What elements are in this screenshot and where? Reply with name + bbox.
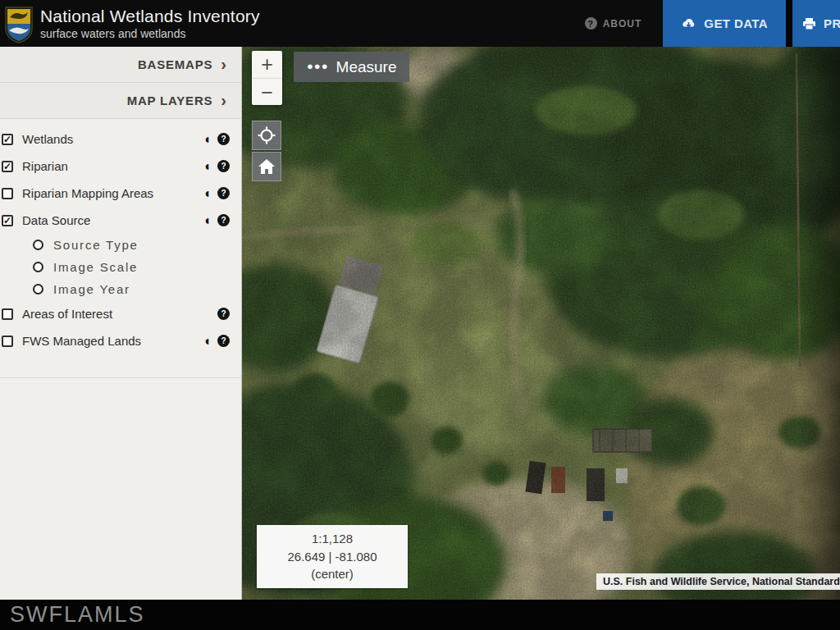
ellipsis-icon: ●●● (307, 61, 329, 71)
layers-sidebar: BASEMAPS › MAP LAYERS › ✓ Wetlands ◐ ? ✓… (0, 47, 242, 600)
get-data-button[interactable]: GET DATA (663, 0, 786, 47)
nwi-mapper-app: National Wetlands Inventory surface wate… (0, 0, 840, 630)
radio-row-source-type: Source Type (0, 234, 241, 256)
page-subtitle: surface waters and wetlands (40, 27, 585, 40)
opacity-contrast-icon[interactable]: ◐ (204, 214, 212, 227)
about-button[interactable]: ? ABOUT (585, 17, 642, 30)
mls-watermark: SWFLAMLS (10, 602, 145, 628)
image-scale-radio[interactable] (33, 262, 43, 272)
help-icon[interactable]: ? (217, 214, 230, 226)
layer-row-wetlands: ✓ Wetlands ◐ ? (0, 126, 241, 153)
layer-row-areas-of-interest: Areas of Interest ◐ ? (0, 300, 241, 327)
app-titles: National Wetlands Inventory surface wate… (40, 7, 585, 39)
scale-readout: 1:1,128 26.649 | -81.080 (center) (257, 525, 408, 588)
chevron-right-icon: › (221, 92, 226, 108)
basemaps-label: BASEMAPS (138, 57, 212, 71)
home-button[interactable] (252, 152, 281, 181)
layer-row-fws-managed-lands: FWS Managed Lands ◐ ? (0, 327, 241, 354)
layer-row-riparian-mapping-areas: Riparian Mapping Areas ◐ ? (0, 180, 241, 207)
riparian-mapping-areas-label[interactable]: Riparian Mapping Areas (22, 186, 204, 200)
riparian-checkbox[interactable]: ✓ (2, 161, 13, 172)
zoom-in-button[interactable]: + (252, 51, 282, 78)
locate-button[interactable] (252, 121, 281, 150)
map-layers-section-header[interactable]: MAP LAYERS › (0, 83, 241, 119)
source-type-radio[interactable] (33, 240, 43, 250)
riparian-label[interactable]: Riparian (22, 159, 204, 173)
areas-of-interest-checkbox[interactable] (2, 308, 13, 320)
map-scale: 1:1,128 (265, 530, 399, 548)
measure-label: Measure (336, 58, 397, 76)
fws-managed-lands-checkbox[interactable] (2, 336, 13, 347)
riparian-mapping-areas-checkbox[interactable] (2, 188, 13, 199)
source-type-label[interactable]: Source Type (53, 238, 139, 252)
about-label: ABOUT (603, 18, 642, 30)
photo-bottom-bar: SWFLAMLS (0, 600, 840, 630)
page-title: National Wetlands Inventory (40, 7, 585, 26)
help-icon[interactable]: ? (217, 160, 230, 172)
measure-button[interactable]: ●●● Measure (294, 52, 409, 82)
map-center-coordinates: 26.649 | -81.080 (center) (265, 548, 399, 584)
map-layers-label: MAP LAYERS (127, 94, 213, 107)
opacity-contrast-icon[interactable]: ◐ (204, 160, 212, 173)
header-button-divider (786, 0, 792, 47)
image-year-label[interactable]: Image Year (53, 282, 130, 296)
radio-row-image-year: Image Year (0, 278, 241, 300)
map-canvas[interactable]: + − ●●● Measure 1:1,128 26.649 | -81.080… (242, 47, 840, 600)
zoom-out-button[interactable]: − (252, 78, 282, 105)
fws-shield-logo (4, 6, 34, 43)
image-scale-label[interactable]: Image Scale (53, 260, 138, 274)
chevron-right-icon: › (221, 56, 226, 72)
help-icon[interactable]: ? (217, 187, 230, 199)
help-icon[interactable]: ? (217, 308, 230, 320)
satellite-imagery (242, 47, 840, 600)
cloud-download-icon (681, 17, 696, 30)
opacity-contrast-icon[interactable]: ◐ (204, 335, 212, 348)
zoom-control: + − (252, 51, 282, 105)
areas-of-interest-label[interactable]: Areas of Interest (22, 307, 204, 321)
layer-row-data-source: ✓ Data Source ◐ ? (0, 207, 241, 234)
fws-managed-lands-label[interactable]: FWS Managed Lands (22, 334, 204, 348)
data-source-label[interactable]: Data Source (22, 213, 204, 227)
get-data-label: GET DATA (704, 16, 768, 30)
data-source-checkbox[interactable]: ✓ (2, 215, 13, 226)
image-year-radio[interactable] (33, 284, 43, 294)
app-header: National Wetlands Inventory surface wate… (0, 0, 840, 47)
print-label: PRINT (824, 16, 840, 30)
wetlands-checkbox[interactable]: ✓ (2, 134, 13, 145)
layer-row-riparian: ✓ Riparian ◐ ? (0, 153, 241, 180)
opacity-contrast-icon[interactable]: ◐ (204, 133, 212, 146)
wetlands-label[interactable]: Wetlands (22, 132, 204, 146)
printer-icon (802, 17, 816, 30)
home-icon (258, 158, 276, 175)
help-icon[interactable]: ? (217, 335, 230, 347)
layer-list: ✓ Wetlands ◐ ? ✓ Riparian ◐ ? Riparian M… (0, 119, 241, 378)
crosshair-icon (258, 126, 276, 144)
opacity-contrast-icon[interactable]: ◐ (204, 187, 212, 200)
question-circle-icon: ? (585, 17, 597, 30)
print-button[interactable]: PRINT (792, 0, 840, 47)
help-icon[interactable]: ? (217, 133, 230, 145)
radio-row-image-scale: Image Scale (0, 256, 241, 278)
map-attribution: U.S. Fish and Wildlife Service, National… (596, 573, 840, 590)
basemaps-section-header[interactable]: BASEMAPS › (0, 47, 241, 83)
